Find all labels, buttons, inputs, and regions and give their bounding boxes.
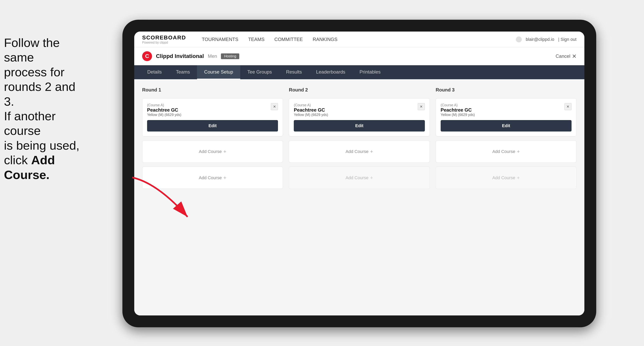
tournament-name: Clippd Invitational [156, 53, 204, 59]
instruction-text: Follow the same process for rounds 2 and… [4, 35, 81, 182]
tournament-gender: Men [208, 53, 217, 59]
round-3-course-info: (Course A) Peachtree GC Yellow (M) (6629… [441, 103, 475, 117]
round-1-course-name: Peachtree GC [147, 107, 181, 113]
round-2-edit-button[interactable]: Edit [294, 120, 425, 132]
round-3-remove-icon[interactable]: ✕ [564, 103, 572, 110]
round-1-plus-icon-1: + [223, 149, 226, 155]
round-2-course-label: (Course A) [294, 103, 328, 107]
user-avatar [516, 36, 522, 42]
scoreboard-logo: SCOREBOARD Powered by clippd [142, 34, 186, 44]
tournament-header: C Clippd Invitational Men Hosting Cancel… [134, 47, 584, 65]
round-2-add-course-2[interactable]: Add Course + [289, 167, 430, 189]
round-1-edit-button[interactable]: Edit [147, 120, 278, 132]
round-1-course-label: (Course A) [147, 103, 181, 107]
round-3-course-card-header: (Course A) Peachtree GC Yellow (M) (6629… [441, 103, 572, 117]
round-2-course-name: Peachtree GC [294, 107, 328, 113]
logo-sub: Powered by clippd [142, 41, 186, 44]
nav-links: TOURNAMENTS TEAMS COMMITTEE RANKINGS [202, 37, 504, 42]
tab-details[interactable]: Details [140, 65, 169, 79]
round-1-course-card-header: (Course A) Peachtree GC Yellow (M) (6629… [147, 103, 278, 117]
round-1-remove-icon[interactable]: ✕ [271, 103, 278, 110]
tab-results[interactable]: Results [279, 65, 309, 79]
round-2-title: Round 2 [289, 87, 430, 93]
tournament-status: Hosting [221, 53, 239, 59]
round-1-course-card: (Course A) Peachtree GC Yellow (M) (6629… [142, 98, 283, 137]
tablet-device: SCOREBOARD Powered by clippd TOURNAMENTS… [122, 20, 596, 327]
nav-teams[interactable]: TEAMS [248, 37, 264, 42]
clippd-icon: C [142, 51, 152, 61]
tablet-screen: SCOREBOARD Powered by clippd TOURNAMENTS… [134, 31, 584, 316]
tabs-bar: Details Teams Course Setup Tee Groups Re… [134, 65, 584, 79]
main-content: Round 1 (Course A) Peachtree GC Yellow (… [134, 79, 584, 316]
sign-out-link[interactable]: | Sign out [558, 37, 576, 42]
round-1-column: Round 1 (Course A) Peachtree GC Yellow (… [142, 87, 283, 308]
round-1-course-detail: Yellow (M) (6629 yds) [147, 113, 181, 117]
round-3-add-course-1[interactable]: Add Course + [436, 140, 576, 163]
round-2-remove-icon[interactable]: ✕ [418, 103, 425, 110]
round-2-plus-icon-2: + [370, 175, 373, 181]
round-2-course-card-header: (Course A) Peachtree GC Yellow (M) (6629… [294, 103, 425, 117]
round-2-course-detail: Yellow (M) (6629 yds) [294, 113, 328, 117]
round-3-course-label: (Course A) [441, 103, 475, 107]
top-nav: SCOREBOARD Powered by clippd TOURNAMENTS… [134, 31, 584, 47]
round-3-course-name: Peachtree GC [441, 107, 475, 113]
round-3-column: Round 3 (Course A) Peachtree GC Yellow (… [436, 87, 576, 308]
tab-teams[interactable]: Teams [169, 65, 197, 79]
tab-leaderboards[interactable]: Leaderboards [309, 65, 352, 79]
round-1-plus-icon-2: + [223, 175, 226, 181]
nav-tournaments[interactable]: TOURNAMENTS [202, 37, 238, 42]
round-3-title: Round 3 [436, 87, 576, 93]
nav-right: blair@clippd.io | Sign out [516, 36, 576, 42]
round-3-course-detail: Yellow (M) (6629 yds) [441, 113, 475, 117]
nav-committee[interactable]: COMMITTEE [274, 37, 303, 42]
round-1-add-course-2[interactable]: Add Course + [142, 167, 283, 189]
round-1-course-info: (Course A) Peachtree GC Yellow (M) (6629… [147, 103, 181, 117]
round-2-course-card: (Course A) Peachtree GC Yellow (M) (6629… [289, 98, 430, 137]
round-3-add-course-label-1: Add Course + [492, 149, 520, 155]
round-1-title: Round 1 [142, 87, 283, 93]
round-3-add-course-label-2: Add Course + [492, 175, 520, 181]
round-3-edit-button[interactable]: Edit [441, 120, 572, 132]
round-3-course-card: (Course A) Peachtree GC Yellow (M) (6629… [436, 98, 576, 137]
round-2-add-course-label-2: Add Course + [346, 175, 373, 181]
round-2-column: Round 2 (Course A) Peachtree GC Yellow (… [289, 87, 430, 308]
round-1-add-course-label-1: Add Course + [199, 149, 226, 155]
round-1-add-course-label-2: Add Course + [199, 175, 226, 181]
round-2-plus-icon-1: + [370, 149, 373, 155]
tournament-title-row: C Clippd Invitational Men Hosting [142, 51, 239, 61]
round-3-add-course-2[interactable]: Add Course + [436, 167, 576, 189]
round-3-plus-icon-2: + [517, 175, 520, 181]
tab-course-setup[interactable]: Course Setup [197, 65, 240, 79]
round-3-plus-icon-1: + [517, 149, 520, 155]
round-2-add-course-label-1: Add Course + [346, 149, 373, 155]
nav-rankings[interactable]: RANKINGS [313, 37, 338, 42]
user-email: blair@clippd.io [526, 37, 554, 42]
round-2-add-course-1[interactable]: Add Course + [289, 140, 430, 163]
round-2-course-info: (Course A) Peachtree GC Yellow (M) (6629… [294, 103, 328, 117]
tab-printables[interactable]: Printables [352, 65, 388, 79]
cancel-button[interactable]: Cancel ✕ [556, 53, 576, 60]
tab-tee-groups[interactable]: Tee Groups [240, 65, 279, 79]
round-1-add-course-1[interactable]: Add Course + [142, 140, 283, 163]
logo-main: SCOREBOARD [142, 34, 186, 41]
